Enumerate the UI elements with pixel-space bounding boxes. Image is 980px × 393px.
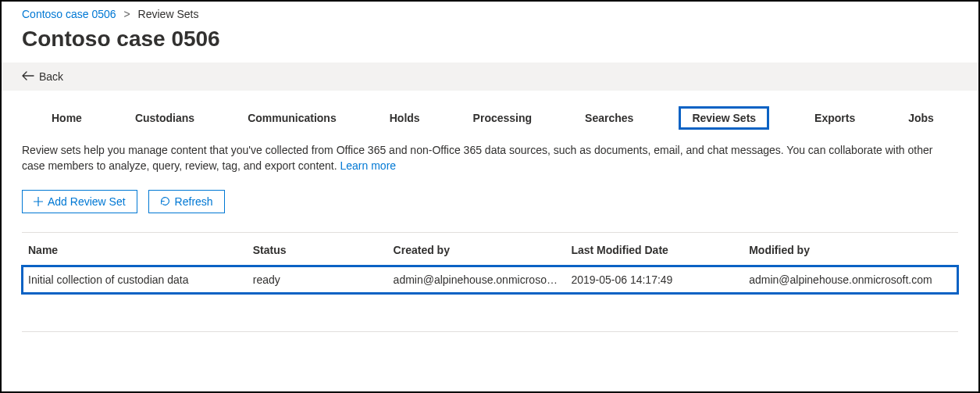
tab-bar: Home Custodians Communications Holds Pro… (2, 91, 978, 130)
breadcrumb: Contoso case 0506 > Review Sets (22, 5, 958, 20)
back-button[interactable]: Back (2, 63, 978, 91)
tab-processing[interactable]: Processing (465, 107, 540, 129)
page-title: Contoso case 0506 (22, 27, 958, 52)
tab-exports[interactable]: Exports (807, 107, 863, 129)
add-review-set-button[interactable]: Add Review Set (22, 190, 137, 213)
tab-jobs[interactable]: Jobs (900, 107, 942, 129)
refresh-button[interactable]: Refresh (148, 190, 225, 213)
cell-status: ready (247, 266, 387, 294)
refresh-label: Refresh (175, 195, 213, 208)
breadcrumb-root-link[interactable]: Contoso case 0506 (22, 8, 116, 20)
add-review-set-label: Add Review Set (48, 195, 126, 208)
table-row[interactable]: Initial collection of custodian data rea… (22, 266, 958, 294)
col-status[interactable]: Status (247, 233, 387, 266)
cell-name: Initial collection of custodian data (22, 266, 247, 294)
cell-modified-by: admin@alpinehouse.onmicrosoft.com (743, 266, 958, 294)
tab-custodians[interactable]: Custodians (127, 107, 202, 129)
description-body: Review sets help you manage content that… (22, 144, 932, 172)
col-created-by[interactable]: Created by (387, 233, 565, 266)
tab-searches[interactable]: Searches (577, 107, 641, 129)
col-name[interactable]: Name (22, 233, 247, 266)
plus-icon (34, 197, 43, 206)
back-arrow-icon (22, 71, 33, 82)
tab-communications[interactable]: Communications (240, 107, 344, 129)
toolbar: Add Review Set Refresh (2, 174, 978, 223)
tab-home[interactable]: Home (44, 107, 90, 129)
breadcrumb-current: Review Sets (138, 8, 199, 20)
tab-review-sets[interactable]: Review Sets (679, 106, 769, 130)
cell-last-modified: 2019-05-06 14:17:49 (565, 266, 743, 294)
description-text: Review sets help you manage content that… (2, 130, 954, 174)
col-last-modified[interactable]: Last Modified Date (565, 233, 743, 266)
back-label: Back (39, 70, 63, 83)
col-modified-by[interactable]: Modified by (743, 233, 958, 266)
review-sets-table: Name Status Created by Last Modified Dat… (22, 232, 958, 332)
refresh-icon (160, 196, 170, 206)
breadcrumb-separator: > (124, 8, 130, 20)
learn-more-link[interactable]: Learn more (340, 159, 397, 172)
cell-created-by: admin@alpinehouse.onmicrosoft.com (387, 266, 565, 294)
tab-holds[interactable]: Holds (382, 107, 428, 129)
